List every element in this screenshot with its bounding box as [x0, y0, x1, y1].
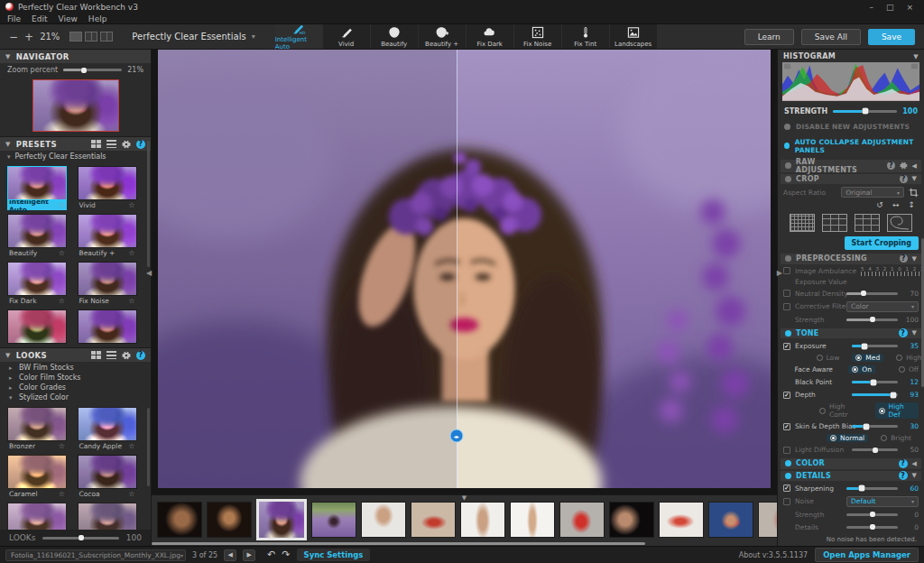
maximize-button[interactable]: □: [886, 3, 894, 12]
filmstrip-collapse-icon[interactable]: ▼: [462, 495, 467, 501]
start-cropping-button[interactable]: Start Cropping: [845, 236, 919, 250]
toolbar-preset-button[interactable]: HD Intelligent Auto: [275, 24, 323, 49]
radio-option[interactable]: Bright: [881, 434, 911, 442]
preset-group-row[interactable]: ▾ Perfectly Clear Essentials: [0, 151, 151, 162]
noise-select[interactable]: Default▾: [846, 496, 919, 507]
crop-tool-icon[interactable]: [909, 188, 919, 198]
preset-group-dropdown[interactable]: Perfectly Clear Essentials ▾: [132, 32, 254, 42]
zoom-out-button[interactable]: −: [9, 31, 18, 43]
light-diffusion-checkbox[interactable]: [783, 447, 790, 454]
toolbar-preset-button[interactable]: Fix Tint: [562, 24, 610, 49]
collapse-right-panel-icon[interactable]: ▶: [777, 268, 782, 276]
noise-checkbox[interactable]: [783, 498, 790, 505]
neutral-density-slider[interactable]: [846, 292, 898, 295]
toolbar-preset-button[interactable]: Landscapes: [610, 24, 658, 49]
collapse-icon[interactable]: ▼: [913, 53, 919, 60]
filmstrip-thumbnail[interactable]: [256, 499, 307, 540]
gear-icon[interactable]: [122, 140, 131, 149]
photo[interactable]: ◂▸: [158, 50, 771, 488]
navigator-zoom-slider[interactable]: [63, 69, 122, 71]
radio-option[interactable]: High Def: [875, 402, 919, 419]
filmstrip-thumbnail[interactable]: [207, 502, 252, 538]
help-icon[interactable]: ?: [887, 162, 895, 170]
filmstrip-thumbnail[interactable]: [460, 502, 505, 538]
menu-item[interactable]: File: [7, 14, 21, 23]
grid-view-icon[interactable]: [91, 351, 101, 359]
help-icon[interactable]: ?: [899, 328, 908, 337]
depth-slider[interactable]: [852, 393, 898, 396]
preset-thumbnail-item[interactable]: Vivid ☆: [78, 166, 137, 210]
aspect-ratio-select[interactable]: Original▾: [841, 187, 904, 198]
presets-header[interactable]: ▼ PRESETS ?: [0, 137, 151, 151]
radio-option[interactable]: Low: [817, 354, 840, 362]
menu-item[interactable]: Help: [88, 14, 107, 23]
menu-item[interactable]: View: [59, 14, 78, 23]
toolbar-preset-button[interactable]: Fix Dark: [467, 24, 514, 49]
skin-depth-bias-checkbox[interactable]: ✓: [783, 423, 790, 430]
star-icon[interactable]: ☆: [128, 249, 134, 257]
collapse-icon[interactable]: ◀: [912, 162, 917, 170]
filmstrip-scrollbar[interactable]: [152, 542, 645, 545]
crop-grid-fine-button[interactable]: [790, 214, 815, 232]
neutral-density-checkbox[interactable]: [783, 290, 790, 297]
toolbar-preset-button[interactable]: Vivid: [323, 24, 371, 49]
star-icon[interactable]: ☆: [128, 297, 134, 305]
next-image-button[interactable]: ▶: [243, 549, 255, 561]
radio-option[interactable]: On: [848, 365, 875, 374]
list-view-icon[interactable]: [106, 351, 116, 359]
disable-new-adjustments-toggle[interactable]: DISABLE NEW ADJUSTMENTS: [778, 119, 924, 134]
view-sidebyside-button[interactable]: [100, 32, 113, 42]
looks-tree-item[interactable]: ▸ Color Grades: [0, 383, 151, 392]
looks-scrollbar[interactable]: [147, 408, 150, 487]
crop-grid-thirds-button[interactable]: [822, 214, 847, 232]
toolbar-preset-button[interactable]: Beautify: [371, 24, 419, 49]
gear-icon[interactable]: [122, 351, 131, 360]
details-header[interactable]: DETAILS ? ▼: [781, 471, 921, 481]
star-icon[interactable]: ☆: [59, 297, 65, 305]
zoom-in-button[interactable]: +: [24, 31, 33, 43]
toolbar-preset-button[interactable]: Fix Noise: [514, 24, 562, 49]
filmstrip-thumbnail[interactable]: [559, 502, 605, 538]
preset-thumbnail-item[interactable]: Beautify + ☆: [78, 214, 137, 258]
light-diffusion-slider[interactable]: [852, 448, 898, 451]
preset-thumbnail-item[interactable]: [7, 309, 67, 347]
crop-header[interactable]: CROP ? ▼: [781, 174, 921, 184]
view-single-button[interactable]: [69, 32, 82, 42]
list-view-icon[interactable]: [106, 140, 116, 148]
looks-strength-slider[interactable]: [42, 537, 118, 540]
filmstrip-thumbnail[interactable]: [411, 502, 456, 538]
split-handle[interactable]: ◂▸: [449, 429, 463, 442]
looks-tree-item[interactable]: ▸ Color Film Stocks: [0, 373, 151, 383]
preset-thumbnail-item[interactable]: Caramel ☆: [7, 455, 67, 499]
filmstrip-thumbnail[interactable]: [758, 502, 777, 538]
navigator-header[interactable]: ▼ NAVIGATOR: [0, 50, 151, 63]
looks-tree-item[interactable]: ▾ Stylized Color: [0, 392, 151, 402]
filmstrip-thumbnail[interactable]: [609, 502, 654, 538]
help-icon[interactable]: ?: [136, 140, 145, 149]
star-icon[interactable]: ☆: [59, 442, 65, 450]
sync-settings-button[interactable]: Sync Settings: [297, 549, 371, 561]
flip-horizontal-icon[interactable]: ↔: [892, 200, 900, 209]
radio-option[interactable]: High Contr: [819, 402, 863, 419]
looks-tree-item[interactable]: ▸ BW Film Stocks: [0, 363, 151, 373]
save-all-button[interactable]: Save All: [801, 29, 861, 45]
preset-thumbnail-item[interactable]: [78, 309, 137, 347]
filmstrip-thumbnail[interactable]: [510, 502, 555, 538]
preset-thumbnail-item[interactable]: [78, 503, 137, 530]
collapse-icon[interactable]: ▼: [912, 175, 917, 182]
collapse-icon[interactable]: ▼: [912, 472, 917, 479]
navigator-thumbnail[interactable]: [32, 79, 119, 132]
radio-option[interactable]: Med: [852, 354, 883, 362]
star-icon[interactable]: ☆: [59, 201, 65, 209]
gear-icon[interactable]: [900, 162, 908, 170]
preset-thumbnail-item[interactable]: Bronzer ☆: [7, 407, 67, 451]
minimize-button[interactable]: –: [869, 3, 873, 12]
collapse-icon[interactable]: ▼: [912, 255, 917, 263]
view-split-button[interactable]: [85, 32, 97, 42]
filename-dropdown[interactable]: Fotolia_116196021_Subscription_Monthly_X…: [5, 549, 186, 561]
sharpening-slider[interactable]: [846, 487, 898, 490]
radio-option[interactable]: Off: [899, 365, 919, 374]
save-button[interactable]: Save: [868, 29, 915, 45]
star-icon[interactable]: ☆: [128, 201, 134, 209]
help-icon[interactable]: ?: [900, 175, 908, 183]
